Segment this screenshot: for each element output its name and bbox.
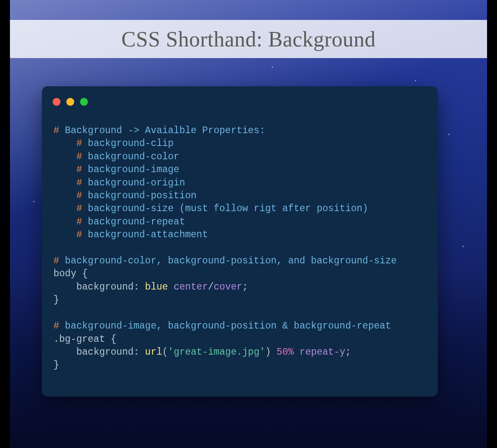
hash-icon: #: [76, 164, 82, 175]
hash-icon: #: [76, 138, 82, 149]
code-block: # Background -> Avaialble Properties: # …: [53, 124, 426, 372]
hash-icon: #: [53, 256, 59, 266]
paren-open: (: [162, 347, 168, 358]
prop-item: background-origin: [82, 178, 185, 188]
title-bar: CSS Shorthand: Background: [10, 20, 487, 58]
prop-item: background-repeat: [82, 217, 185, 227]
slash: /: [208, 282, 214, 292]
indent: [53, 347, 76, 358]
value-center: center: [174, 282, 208, 292]
hash-icon: #: [76, 178, 82, 188]
indent: [53, 138, 76, 149]
slide-title: CSS Shorthand: Background: [121, 27, 376, 51]
brace-close: }: [53, 360, 59, 370]
hash-icon: #: [76, 203, 82, 214]
comment-text: background-color, background-position, a…: [59, 256, 397, 266]
value-blue: blue: [145, 282, 168, 292]
value-repeat: repeat-y: [300, 347, 345, 358]
window-traffic-lights: [53, 98, 88, 106]
paren-close: ): [265, 347, 271, 358]
selector: .bg-great {: [53, 334, 116, 345]
prop-item: background-image: [82, 164, 179, 175]
space: [294, 347, 300, 358]
value-percent: 50%: [276, 347, 293, 358]
hash-icon: #: [76, 190, 82, 201]
prop-item: background-color: [82, 151, 179, 162]
brace-close: }: [53, 295, 59, 305]
indent: [53, 282, 76, 292]
indent: [53, 203, 76, 214]
prop-item: background-attachment: [82, 229, 208, 240]
string-literal: 'great-image.jpg': [168, 347, 265, 358]
indent: [53, 178, 76, 188]
minimize-icon[interactable]: [66, 98, 74, 106]
selector: body {: [53, 268, 88, 279]
indent: [53, 217, 76, 227]
hash-icon: #: [53, 125, 59, 136]
prop-item: background-position: [82, 190, 196, 201]
property-name: background:: [76, 347, 145, 358]
property-name: background:: [76, 282, 145, 292]
space: [271, 347, 277, 358]
space: [168, 282, 174, 292]
slide-stage: CSS Shorthand: Background # Background -…: [10, 0, 487, 448]
hash-icon: #: [76, 217, 82, 227]
code-window: # Background -> Avaialble Properties: # …: [42, 86, 438, 397]
hash-icon: #: [53, 321, 59, 331]
hash-icon: #: [76, 229, 82, 240]
comment-text: Background -> Avaialble Properties:: [59, 125, 265, 136]
prop-item: background-size (must follow rigt after …: [82, 203, 368, 214]
indent: [53, 151, 76, 162]
maximize-icon[interactable]: [80, 98, 88, 106]
hash-icon: #: [76, 151, 82, 162]
prop-item: background-clip: [82, 138, 174, 149]
indent: [53, 190, 76, 201]
close-icon[interactable]: [53, 98, 61, 106]
value-cover: cover: [214, 282, 242, 292]
url-func: url: [145, 347, 162, 358]
semicolon: ;: [345, 347, 351, 358]
comment-text: background-image, background-position & …: [59, 321, 391, 331]
indent: [53, 164, 76, 175]
indent: [53, 229, 76, 240]
semicolon: ;: [242, 282, 248, 292]
